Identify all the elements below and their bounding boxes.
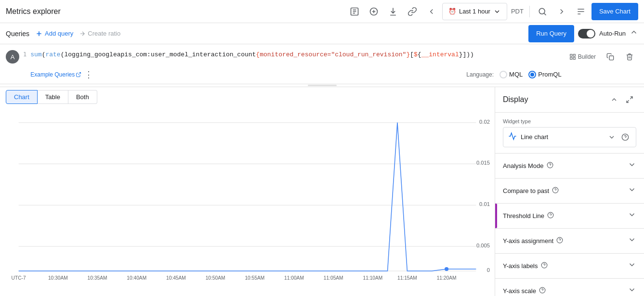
analysis-mode-row[interactable]: Analysis Mode: [495, 154, 644, 179]
add-query-button[interactable]: Add query: [35, 30, 73, 38]
svg-text:0.01: 0.01: [479, 201, 490, 207]
widget-type-value: Line chart: [521, 133, 548, 141]
run-query-button[interactable]: Run Query: [528, 25, 574, 42]
compare-to-past-help-icon[interactable]: [552, 187, 559, 195]
mql-radio[interactable]: MQL: [499, 71, 523, 78]
tab-both[interactable]: Both: [68, 90, 97, 104]
chevron-right-btn[interactable]: [553, 3, 570, 20]
add-query-label: Add query: [45, 30, 73, 37]
delete-query-button[interactable]: [621, 48, 638, 65]
display-up-button[interactable]: [607, 93, 621, 106]
chart-data-point: [445, 267, 448, 270]
y-axis-assignment-chevron: [628, 235, 636, 246]
main-content: Chart Table Both 0.02 0.015 0.01 0.005 0: [0, 87, 644, 296]
threshold-line-chevron: [628, 210, 636, 221]
widget-type-label: Widget type: [503, 118, 636, 124]
line-chart-icon: [508, 132, 517, 142]
svg-text:10:50AM: 10:50AM: [206, 275, 225, 281]
y-axis-labels-row[interactable]: Y-axis labels: [495, 254, 644, 279]
display-header: Display: [495, 87, 644, 113]
svg-line-3: [78, 72, 81, 75]
builder-button[interactable]: Builder: [565, 48, 600, 65]
y-axis-scale-label: Y-axis scale: [503, 287, 546, 295]
y-axis-labels-help-icon[interactable]: [541, 262, 548, 270]
create-ratio-button[interactable]: Create ratio: [79, 30, 120, 37]
widget-type-actions: [606, 131, 631, 143]
svg-text:0.015: 0.015: [476, 160, 490, 166]
search-icon-btn[interactable]: [534, 3, 551, 20]
y-axis-scale-row[interactable]: Y-axis scale: [495, 279, 644, 296]
svg-text:UTC-7: UTC-7: [12, 275, 26, 281]
tab-table[interactable]: Table: [38, 90, 68, 104]
analysis-mode-chevron: [628, 160, 636, 171]
svg-text:11:10AM: 11:10AM: [363, 275, 382, 281]
auto-run-label: Auto-Run: [599, 30, 626, 37]
display-title: Display: [503, 95, 528, 104]
y-axis-assignment-row[interactable]: Y-axis assignment: [495, 229, 644, 254]
svg-text:0: 0: [487, 267, 490, 273]
svg-rect-6: [573, 57, 575, 59]
chart-canvas-container: 0.02 0.015 0.01 0.005 0 UTC-7 10: [0, 104, 495, 296]
settings-icon-btn[interactable]: [572, 3, 590, 20]
svg-line-31: [630, 97, 632, 99]
display-expand-button[interactable]: [623, 93, 636, 106]
link-icon-btn[interactable]: [404, 3, 421, 20]
language-radio-group: MQL PromQL: [499, 71, 562, 78]
collapse-button[interactable]: [630, 28, 638, 39]
header-divider: [529, 6, 530, 17]
svg-text:11:15AM: 11:15AM: [397, 275, 417, 281]
add-icon-btn[interactable]: [365, 3, 382, 20]
y-axis-scale-help-icon[interactable]: [539, 287, 546, 295]
display-actions: [607, 93, 636, 106]
clock-icon: ⏰: [448, 8, 456, 15]
widget-type-help[interactable]: [619, 131, 631, 143]
svg-rect-7: [570, 57, 572, 59]
tab-chart[interactable]: Chart: [6, 90, 38, 104]
compare-to-past-row[interactable]: Compare to past: [495, 179, 644, 204]
analysis-mode-help-icon[interactable]: [547, 162, 553, 170]
create-ratio-label: Create ratio: [88, 30, 120, 37]
threshold-line-help-icon[interactable]: [547, 212, 554, 220]
svg-text:11:20AM: 11:20AM: [437, 275, 457, 281]
collapsible-sections: Analysis Mode Compare to past: [495, 154, 644, 296]
widget-type-dropdown[interactable]: [606, 131, 618, 143]
svg-rect-8: [609, 56, 614, 60]
y-axis-assignment-help-icon[interactable]: [556, 237, 563, 245]
time-range-label: Last 1 hour: [459, 8, 490, 15]
y-axis-labels-chevron: [628, 260, 636, 271]
mql-label: MQL: [509, 71, 523, 78]
header: Metrics explorer ⏰ Last 1 hour PDT: [0, 0, 644, 23]
download-icon-btn[interactable]: [384, 3, 402, 20]
queries-right: Run Query Auto-Run: [528, 25, 638, 42]
query-right-buttons: Builder: [565, 48, 638, 80]
save-chart-button[interactable]: Save Chart: [591, 3, 638, 20]
query-code[interactable]: sum(rate(logging_googleapis_com:user_mod…: [30, 48, 561, 62]
auto-run-toggle[interactable]: [578, 29, 595, 39]
svg-text:10:45AM: 10:45AM: [166, 275, 186, 281]
svg-text:10:40AM: 10:40AM: [127, 275, 146, 281]
info-icon-btn[interactable]: [346, 3, 363, 20]
query-editor-area: A 1 sum(rate(logging_googleapis_com:user…: [0, 44, 644, 84]
header-actions: ⏰ Last 1 hour PDT Save Chart: [346, 3, 638, 20]
chart-svg: 0.02 0.015 0.01 0.005 0 UTC-7 10: [4, 108, 491, 293]
language-label: Language:: [466, 71, 494, 78]
y-axis-labels-label: Y-axis labels: [503, 262, 548, 270]
svg-text:11:05AM: 11:05AM: [324, 275, 343, 281]
example-queries-link[interactable]: Example Queries: [30, 71, 81, 78]
queries-bar: Queries Add query Create ratio Run Query…: [0, 23, 644, 44]
svg-point-2: [539, 8, 545, 14]
svg-text:0.005: 0.005: [476, 243, 490, 248]
y-axis-assignment-label: Y-axis assignment: [503, 237, 563, 245]
copy-query-button[interactable]: [602, 48, 619, 65]
chevron-left-btn[interactable]: [423, 3, 440, 20]
threshold-indicator: [495, 204, 497, 228]
svg-text:11:00AM: 11:00AM: [284, 275, 304, 281]
example-queries-label: Example Queries: [30, 71, 75, 78]
analysis-mode-label: Analysis Mode: [503, 162, 553, 170]
widget-type-select[interactable]: Line chart: [503, 127, 636, 147]
threshold-line-row[interactable]: Threshold Line: [495, 204, 644, 229]
promql-radio[interactable]: PromQL: [528, 71, 561, 78]
query-line-number: 1: [23, 51, 26, 80]
time-range-button[interactable]: ⏰ Last 1 hour: [442, 3, 507, 20]
more-options-button[interactable]: ⋮: [84, 69, 93, 80]
